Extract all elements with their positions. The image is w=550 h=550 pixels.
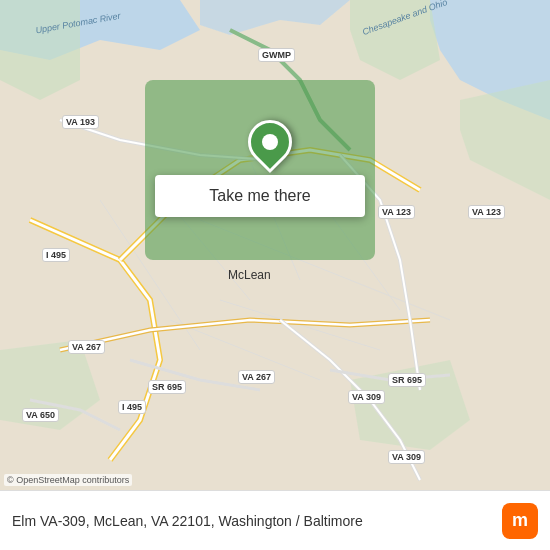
i495-bottom-label: I 495 [118,400,146,414]
va267-left-label: VA 267 [68,340,105,354]
moovit-icon: m [502,503,538,539]
pin-body [239,111,301,173]
va193-label: VA 193 [62,115,99,129]
va650-label: VA 650 [22,408,59,422]
moovit-logo: m [502,503,538,539]
va267-bottom-label: VA 267 [238,370,275,384]
i495-left-label: I 495 [42,248,70,262]
button-label: Take me there [209,187,310,205]
sr695-right-label: SR 695 [388,373,426,387]
va309-label: VA 309 [348,390,385,404]
moovit-letter: m [512,510,528,531]
pin-inner [262,134,278,150]
info-bar: Elm VA-309, McLean, VA 22101, Washington… [0,490,550,550]
location-pin [248,120,292,172]
va309-bottom-label: VA 309 [388,450,425,464]
gwmp-label: GWMP [258,48,295,62]
va123-label: VA 123 [378,205,415,219]
map-container: Upper Potomac River Chesapeake and Ohio … [0,0,550,490]
sr695-left-label: SR 695 [148,380,186,394]
mclean-city-label: McLean [228,268,271,282]
attribution: © OpenStreetMap contributors [4,474,132,486]
address-text: Elm VA-309, McLean, VA 22101, Washington… [12,513,502,529]
take-me-there-button[interactable]: Take me there [155,175,365,217]
va123-far-label: VA 123 [468,205,505,219]
